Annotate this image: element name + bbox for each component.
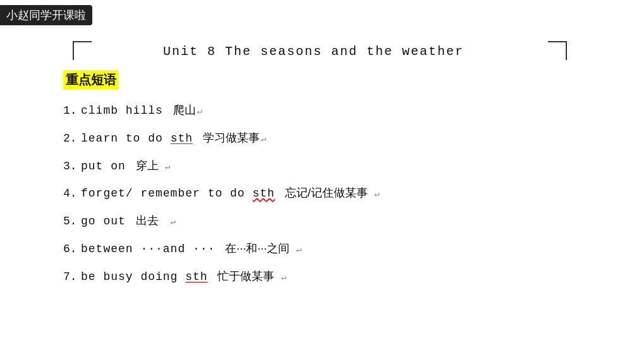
item-number: 3.: [63, 157, 81, 176]
item-english: forget/ remember to do sth: [81, 185, 283, 203]
return-mark: ↵: [160, 215, 176, 229]
list-item: 7. be busy doing sth 忙于做某事 ↵: [63, 267, 564, 286]
underline-word: sth: [171, 132, 193, 145]
list-item: 3. put on 穿上 ↵: [63, 157, 564, 176]
item-number: 4.: [63, 185, 81, 203]
item-english: go out: [81, 212, 133, 231]
section-header: 重点短语: [63, 70, 119, 90]
return-mark: ↵: [291, 243, 301, 257]
item-chinese: 学习做某事: [203, 129, 260, 147]
item-number: 1.: [63, 102, 81, 120]
return-mark: ↵: [261, 132, 266, 146]
item-english: be busy doing sth: [81, 268, 215, 286]
list-item: 6. between ···and ··· 在···和···之间 ↵: [63, 240, 564, 258]
underline-word: sth: [252, 187, 274, 200]
item-english: between ···and ···: [81, 240, 222, 258]
return-mark: ↵: [160, 160, 171, 174]
watermark: 小赵同学开课啦: [0, 5, 92, 25]
return-mark: ↵: [197, 104, 202, 118]
vocab-list: 1. climb hills 爬山 ↵ 2. learn to do sth 学…: [63, 101, 564, 286]
underline-word: sth: [185, 270, 207, 283]
list-item: 4. forget/ remember to do sth 忘记/记住做某事 ↵: [63, 184, 564, 203]
item-english: climb hills: [81, 102, 171, 120]
corner-top-left: [73, 41, 92, 60]
item-number: 2.: [63, 130, 81, 148]
page-container: 小赵同学开课啦 Unit 8 The seasons and the weath…: [0, 0, 627, 364]
list-item: 2. learn to do sth 学习做某事 ↵: [63, 129, 564, 148]
item-chinese: 忘记/记住做某事: [285, 184, 368, 202]
item-number: 6.: [63, 240, 81, 258]
return-mark: ↵: [369, 187, 380, 201]
list-item: 1. climb hills 爬山 ↵: [63, 101, 564, 120]
item-english: put on: [81, 157, 133, 176]
item-chinese: 爬山: [173, 101, 196, 119]
item-chinese: 出去: [136, 212, 159, 230]
corner-top-right: [548, 41, 567, 60]
item-number: 7.: [63, 268, 81, 286]
item-english: learn to do sth: [81, 130, 200, 148]
list-item: 5. go out 出去 ↵: [63, 212, 564, 231]
item-number: 5.: [63, 212, 81, 231]
item-chinese: 忙于做某事: [217, 267, 274, 286]
page-title: Unit 8 The seasons and the weather: [63, 44, 564, 59]
item-chinese: 在···和···之间: [225, 240, 289, 258]
return-mark: ↵: [276, 270, 286, 284]
item-chinese: 穿上: [136, 157, 159, 175]
